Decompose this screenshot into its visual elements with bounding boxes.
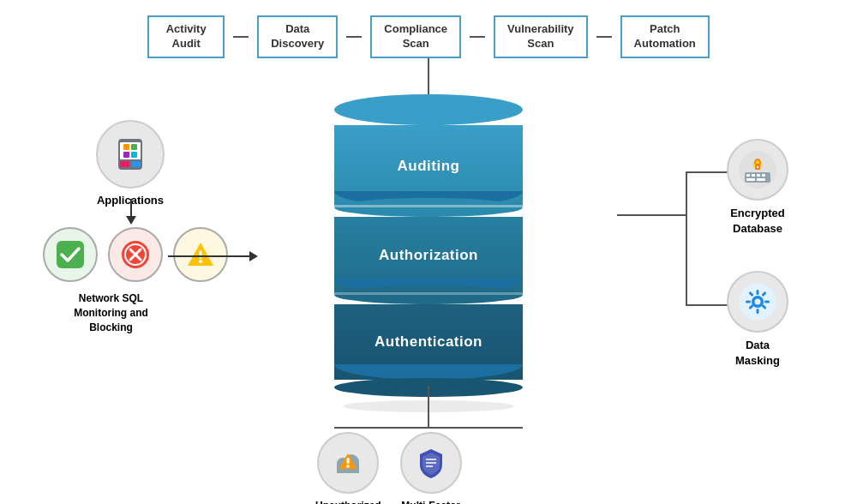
top-boxes-row: ActivityAudit DataDiscovery ComplianceSc… xyxy=(43,15,814,58)
svg-rect-6 xyxy=(123,152,129,158)
multi-factor-section: Multi-FactorAuthorization xyxy=(398,432,464,504)
cylinder-authentication-label: Authentication xyxy=(375,333,482,351)
data-masking-section: DataMasking xyxy=(727,271,788,369)
svg-rect-4 xyxy=(123,144,129,150)
svg-rect-3 xyxy=(131,161,141,167)
top-box-patch-automation: PatchAutomation xyxy=(620,15,710,58)
unauthorized-dba-label: UnauthorizedDBA Activity xyxy=(315,499,381,504)
svg-rect-5 xyxy=(131,144,137,150)
line-cylinder-bottom xyxy=(428,386,429,429)
cylinder-section-auditing: Auditing xyxy=(334,125,523,207)
svg-rect-7 xyxy=(131,152,137,158)
encrypted-database-section: EncryptedDatabase xyxy=(727,139,788,237)
diagram: ActivityAudit DataDiscovery ComplianceSc… xyxy=(0,0,857,504)
encrypted-database-icon xyxy=(738,150,777,189)
svg-rect-2 xyxy=(120,161,129,167)
encrypted-database-icon-circle xyxy=(727,139,788,201)
svg-rect-45 xyxy=(347,458,350,464)
svg-rect-32 xyxy=(757,309,759,314)
svg-rect-20 xyxy=(752,174,755,177)
svg-point-46 xyxy=(347,465,351,468)
data-masking-label: DataMasking xyxy=(727,338,788,369)
svg-rect-19 xyxy=(746,174,750,177)
svg-rect-33 xyxy=(746,301,751,303)
cylinder-section-authentication: Authentication xyxy=(334,304,523,380)
cylinder-section-authorization: Authorization xyxy=(334,217,523,294)
unauthorized-dba-icon xyxy=(328,443,368,483)
unauthorized-dba-icon-circle xyxy=(317,432,379,494)
arrow-h-line xyxy=(168,255,249,257)
svg-rect-22 xyxy=(762,174,765,177)
svg-rect-1 xyxy=(120,142,141,159)
svg-rect-23 xyxy=(746,178,755,181)
applications-icon-circle xyxy=(96,120,165,189)
cylinder-bot-ellipse xyxy=(334,285,523,304)
check-icon xyxy=(56,240,85,269)
arrow-v-line xyxy=(130,199,132,216)
multi-factor-icon-circle xyxy=(400,432,462,494)
connector-1 xyxy=(233,36,249,38)
connector-2 xyxy=(346,36,362,38)
top-box-data-discovery: DataDiscovery xyxy=(257,15,338,58)
line-cylinder-to-right xyxy=(617,214,686,216)
line-right-vertical xyxy=(686,171,687,304)
line-right-top-h xyxy=(686,171,728,173)
arrow-h-head xyxy=(249,251,258,261)
connector-4 xyxy=(596,36,612,38)
cylinder-authorization-label: Authorization xyxy=(379,247,478,264)
cylinder-divider-2 xyxy=(334,292,523,295)
data-masking-icon-circle xyxy=(727,271,788,333)
line-bottom-horizontal xyxy=(334,427,523,429)
top-box-activity-audit: ActivityAudit xyxy=(147,15,225,58)
monitors-label: Network SQLMonitoring andBlocking xyxy=(45,291,177,334)
x-icon xyxy=(121,240,150,269)
line-top-cylinder xyxy=(428,58,429,98)
cylinder: Auditing Authorization Authentication xyxy=(334,94,523,412)
svg-rect-24 xyxy=(757,178,765,181)
monitor-check-icon xyxy=(43,227,98,282)
connector-3 xyxy=(470,36,485,38)
multi-factor-label: Multi-FactorAuthorization xyxy=(398,499,464,504)
svg-rect-31 xyxy=(757,290,759,295)
unauthorized-dba-section: UnauthorizedDBA Activity xyxy=(315,432,381,504)
multi-factor-icon xyxy=(411,443,451,483)
arrow-v-head xyxy=(126,216,136,225)
applications-section: Applications xyxy=(96,120,165,207)
applications-icon xyxy=(111,135,149,173)
arrow-monitors-to-cylinder xyxy=(168,251,258,261)
data-masking-icon xyxy=(738,282,777,321)
cylinder-auditing-label: Auditing xyxy=(398,158,460,175)
svg-rect-21 xyxy=(757,174,760,177)
arrow-app-to-monitors xyxy=(126,199,136,225)
cylinder-mid-ellipse xyxy=(334,198,523,217)
encrypted-database-label: EncryptedDatabase xyxy=(727,206,788,237)
svg-rect-34 xyxy=(764,301,770,303)
top-box-compliance-scan: ComplianceScan xyxy=(370,15,461,58)
svg-point-27 xyxy=(757,166,758,168)
monitor-x-icon xyxy=(108,227,163,282)
cylinder-top-cap xyxy=(334,94,523,125)
cylinder-divider-1 xyxy=(334,205,523,207)
line-right-bot-h xyxy=(686,304,728,306)
svg-rect-18 xyxy=(745,172,770,183)
top-box-vulnerability-scan: VulnerabilityScan xyxy=(494,15,588,58)
svg-point-30 xyxy=(755,299,761,305)
cylinder-body: Auditing Authorization Authentication xyxy=(334,94,523,412)
